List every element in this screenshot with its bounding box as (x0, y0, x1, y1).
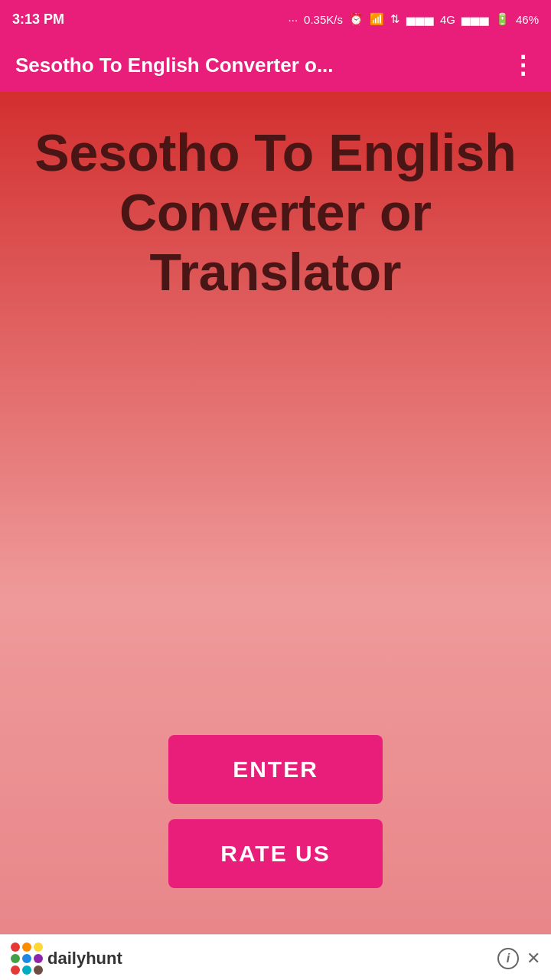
action-buttons: ENTER RATE US (168, 735, 383, 888)
toolbar-title: Sesotho To English Converter o... (15, 54, 510, 77)
dot-7 (11, 965, 20, 975)
main-content: Sesotho To English Converter or Translat… (0, 92, 551, 934)
dot-4 (11, 954, 20, 963)
battery-percent: 46% (516, 13, 539, 26)
dot-2 (22, 942, 31, 952)
rate-us-button[interactable]: RATE US (168, 819, 383, 888)
network-speed: 0.35K/s (304, 13, 343, 26)
battery-icon: 🔋 (495, 12, 510, 26)
ad-action-icons: i ✕ (497, 948, 540, 969)
signal-arrows: ⇅ (390, 12, 400, 26)
status-center: ··· 0.35K/s ⏰ 📶 ⇅ ▅▅▅ 4G ▅▅▅ 🔋 46% (289, 12, 539, 26)
ad-banner: dailyhunt i ✕ T-Series Mixtape Punjabi: … (0, 934, 551, 980)
ad-logo: dailyhunt (11, 942, 122, 975)
dot-3 (34, 942, 43, 952)
wifi-icon: 📶 (370, 12, 384, 26)
dot-1 (11, 942, 20, 952)
ad-logo-text: dailyhunt (47, 949, 122, 969)
ad-logo-dots (11, 942, 43, 975)
signal-bars: ▅▅▅ (406, 12, 434, 26)
app-toolbar: Sesotho To English Converter o... ⋮ (0, 38, 551, 92)
app-heading: Sesotho To English Converter or Translat… (0, 92, 551, 302)
dot-9 (34, 965, 43, 975)
status-bar: 3:13 PM ··· 0.35K/s ⏰ 📶 ⇅ ▅▅▅ 4G ▅▅▅ 🔋 4… (0, 0, 551, 38)
enter-button[interactable]: ENTER (168, 735, 383, 804)
dots-icon: ··· (289, 13, 298, 26)
dot-5 (22, 954, 31, 963)
network-type: 4G (440, 13, 455, 26)
dot-6 (34, 954, 43, 963)
dot-8 (22, 965, 31, 975)
alarm-icon: ⏰ (349, 12, 364, 26)
signal-bars-2: ▅▅▅ (461, 12, 489, 26)
ad-header: dailyhunt i ✕ (11, 942, 540, 975)
time-display: 3:13 PM (12, 11, 64, 28)
overflow-menu-icon[interactable]: ⋮ (510, 51, 536, 80)
ad-info-icon[interactable]: i (497, 948, 519, 969)
ad-close-icon[interactable]: ✕ (527, 949, 540, 969)
